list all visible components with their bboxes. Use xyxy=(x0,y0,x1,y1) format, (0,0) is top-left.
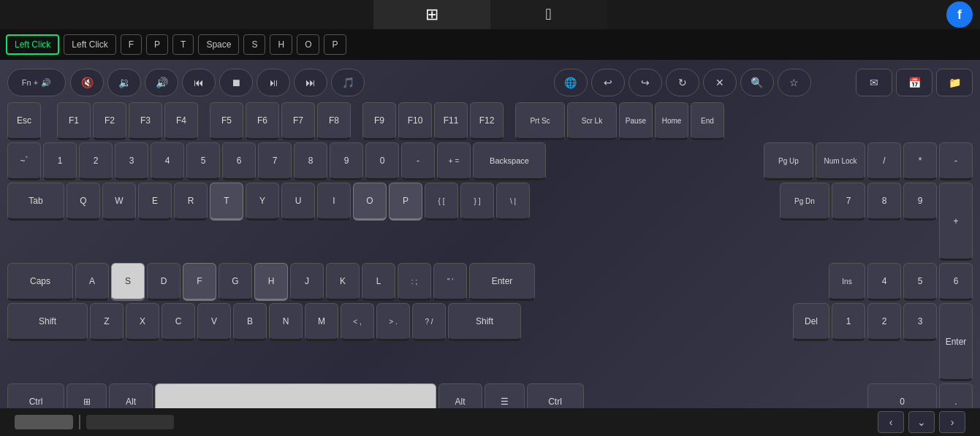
key-numlk[interactable]: Num Lock xyxy=(816,142,865,180)
key-num7[interactable]: 7 xyxy=(832,183,865,221)
key-6[interactable]: 6 xyxy=(222,142,256,180)
key-numminus[interactable]: - xyxy=(939,142,973,180)
key-f1[interactable]: F1 xyxy=(57,102,91,140)
key-semicolon[interactable]: : ; xyxy=(398,263,431,301)
space-button[interactable]: Space xyxy=(198,34,239,55)
p2-button[interactable]: P xyxy=(324,34,346,55)
vol-up-button[interactable]: 🔊 xyxy=(145,69,178,96)
key-z[interactable]: Z xyxy=(90,303,124,341)
key-scrlk[interactable]: Scr Lk xyxy=(567,102,617,140)
key-f7[interactable]: F7 xyxy=(281,102,315,140)
key-9[interactable]: 9 xyxy=(330,142,363,180)
key-tab[interactable]: Tab xyxy=(7,183,64,221)
key-m[interactable]: M xyxy=(305,303,338,341)
key-minus[interactable]: - xyxy=(401,142,435,180)
key-num8[interactable]: 8 xyxy=(867,183,901,221)
key-num3[interactable]: 3 xyxy=(903,303,937,341)
key-backslash[interactable]: \ | xyxy=(496,183,530,221)
mute-button[interactable]: 🔇 xyxy=(70,69,104,96)
key-f2[interactable]: F2 xyxy=(93,102,126,140)
p-button[interactable]: P xyxy=(146,34,168,55)
key-2[interactable]: 2 xyxy=(79,142,113,180)
facebook-icon[interactable]: f xyxy=(946,1,973,28)
arrow-down-button[interactable]: ⌄ xyxy=(908,411,935,433)
key-end[interactable]: End xyxy=(691,102,724,140)
key-f6[interactable]: F6 xyxy=(246,102,279,140)
key-bracket-open[interactable]: { [ xyxy=(425,183,458,221)
key-s[interactable]: S xyxy=(111,263,145,301)
stop-button[interactable]: ⏹ xyxy=(219,69,253,96)
key-v[interactable]: V xyxy=(197,303,231,341)
scroll-thumb[interactable] xyxy=(15,415,73,429)
key-o[interactable]: O xyxy=(353,183,387,221)
key-f5[interactable]: F5 xyxy=(210,102,243,140)
key-quote[interactable]: " ' xyxy=(433,263,467,301)
key-l[interactable]: L xyxy=(362,263,395,301)
key-shift-right[interactable]: Shift xyxy=(448,303,521,341)
key-a[interactable]: A xyxy=(75,263,109,301)
key-num9[interactable]: 9 xyxy=(903,183,937,221)
s-button[interactable]: S xyxy=(243,34,265,55)
next-button[interactable]: ⏭ xyxy=(294,69,327,96)
f-button[interactable]: F xyxy=(121,34,142,55)
globe-button[interactable]: 🌐 xyxy=(554,69,588,96)
h-button[interactable]: H xyxy=(270,34,292,55)
key-win[interactable]: ⊞ xyxy=(67,383,107,408)
star-button[interactable]: ☆ xyxy=(778,69,811,96)
key-f-home[interactable]: F xyxy=(183,263,216,301)
windows-os-button[interactable]: ⊞ xyxy=(373,0,490,29)
music-button[interactable]: 🎵 xyxy=(331,69,365,96)
key-3[interactable]: 3 xyxy=(115,142,148,180)
key-del[interactable]: Del xyxy=(793,303,829,341)
key-caps[interactable]: Caps xyxy=(7,263,73,301)
key-u[interactable]: U xyxy=(281,183,315,221)
search-button[interactable]: 🔍 xyxy=(740,69,774,96)
key-f10[interactable]: F10 xyxy=(398,102,432,140)
key-shift-left[interactable]: Shift xyxy=(7,303,88,341)
key-h[interactable]: H xyxy=(254,263,288,301)
key-r[interactable]: R xyxy=(174,183,208,221)
key-backtick[interactable]: ~` xyxy=(7,142,41,180)
key-alt-right[interactable]: Alt xyxy=(438,383,482,408)
key-f3[interactable]: F3 xyxy=(129,102,162,140)
key-num0[interactable]: 0 xyxy=(867,383,937,408)
redo-button[interactable]: ↪ xyxy=(628,69,662,96)
key-f9[interactable]: F9 xyxy=(362,102,396,140)
key-numenter[interactable]: Enter xyxy=(939,303,973,381)
key-e[interactable]: E xyxy=(138,183,172,221)
key-enter[interactable]: Enter xyxy=(469,263,535,301)
key-alt-left[interactable]: Alt xyxy=(109,383,153,408)
key-period[interactable]: > . xyxy=(376,303,410,341)
vol-down-button[interactable]: 🔉 xyxy=(107,69,141,96)
key-f11[interactable]: F11 xyxy=(434,102,468,140)
key-i[interactable]: I xyxy=(317,183,351,221)
folder-button[interactable]: 📁 xyxy=(936,69,973,96)
key-ctrl-left[interactable]: Ctrl xyxy=(7,383,64,408)
key-pgdn[interactable]: Pg Dn xyxy=(780,183,829,221)
key-space[interactable] xyxy=(155,383,436,408)
key-b[interactable]: B xyxy=(233,303,267,341)
key-ctrl-right[interactable]: Ctrl xyxy=(527,383,584,408)
key-k[interactable]: K xyxy=(326,263,360,301)
key-num6[interactable]: 6 xyxy=(939,263,973,301)
key-numplus[interactable]: + xyxy=(939,183,973,261)
key-num5[interactable]: 5 xyxy=(903,263,937,301)
key-pause[interactable]: Pause xyxy=(619,102,653,140)
key-f8[interactable]: F8 xyxy=(317,102,351,140)
key-q[interactable]: Q xyxy=(67,183,100,221)
left-click-button[interactable]: Left Click xyxy=(64,34,115,55)
key-w[interactable]: W xyxy=(102,183,136,221)
key-pgup[interactable]: Pg Up xyxy=(764,142,813,180)
arrow-right-button[interactable]: › xyxy=(939,411,965,433)
key-num1[interactable]: 1 xyxy=(832,303,865,341)
key-equals[interactable]: + = xyxy=(437,142,471,180)
key-backspace[interactable]: Backspace xyxy=(473,142,546,180)
key-numslash[interactable]: / xyxy=(867,142,901,180)
o-button[interactable]: O xyxy=(297,34,319,55)
undo-button[interactable]: ↩ xyxy=(591,69,625,96)
apple-os-button[interactable]:  xyxy=(490,0,607,29)
key-d[interactable]: D xyxy=(147,263,181,301)
key-num4[interactable]: 4 xyxy=(867,263,901,301)
key-home[interactable]: Home xyxy=(655,102,688,140)
key-p[interactable]: P xyxy=(389,183,422,221)
